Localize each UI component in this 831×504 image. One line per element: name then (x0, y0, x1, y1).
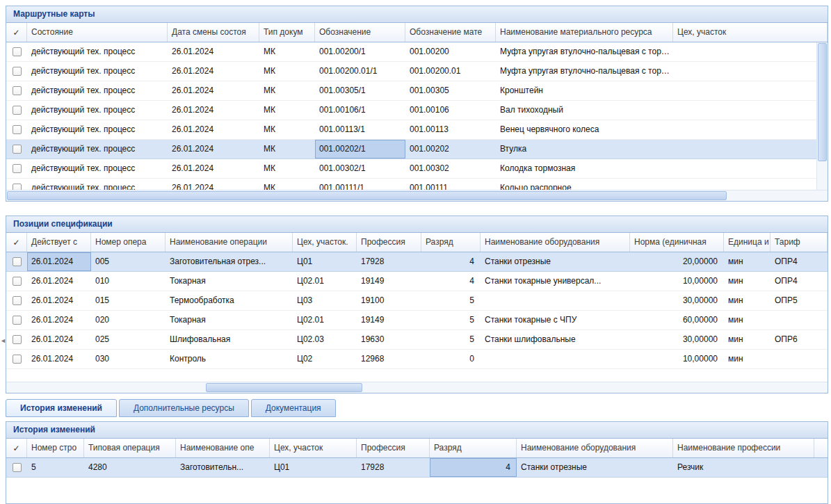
grid-cell[interactable]: 26.01.2024 (168, 140, 259, 158)
grid-cell[interactable]: 5 (27, 458, 84, 477)
grid-cell[interactable]: 26.01.2024 (27, 272, 91, 291)
grid-cell[interactable]: Станки токарные универсал... (481, 272, 630, 291)
grid-cell[interactable]: 26.01.2024 (168, 159, 259, 178)
grid-cell[interactable]: ОПР6 (771, 330, 828, 349)
grid-cell[interactable]: 001.00202 (405, 140, 496, 158)
grid-cell[interactable]: 26.01.2024 (168, 42, 259, 61)
grid-cell[interactable]: Заготовительн... (176, 458, 270, 477)
row-checkbox[interactable] (13, 335, 22, 344)
grid-cell[interactable]: 020 (91, 311, 166, 330)
table-row[interactable]: действующий тех. процесс26.01.2024МК001.… (6, 120, 828, 140)
column-header-1[interactable]: Номер опера (91, 233, 166, 252)
grid-cell[interactable]: МК (259, 120, 315, 139)
grid-cell[interactable]: 26.01.2024 (27, 252, 91, 271)
grid-cell[interactable]: мин (724, 330, 771, 349)
grid-cell[interactable] (673, 42, 828, 61)
grid-cell[interactable]: 19630 (357, 330, 421, 349)
tab-0[interactable]: История изменений (6, 399, 117, 417)
grid-cell[interactable]: Контроль (166, 350, 293, 368)
column-header-6[interactable]: Наименование оборудования (517, 439, 673, 457)
grid-cell[interactable]: 001.00305 (405, 81, 496, 100)
row-checkbox[interactable] (13, 184, 22, 190)
table-row[interactable]: 26.01.2024005Заготовительная отрез...Ц01… (6, 252, 828, 272)
grid-cell[interactable]: 0 (421, 350, 481, 368)
table-row[interactable]: 26.01.2024025ШлифовальнаяЦ02.03196305Ста… (6, 330, 828, 350)
row-checkbox[interactable] (13, 355, 22, 364)
grid-cell[interactable]: 19149 (357, 311, 421, 330)
column-header-5[interactable]: Наименование материального ресурса (496, 23, 673, 42)
grid-cell[interactable]: Кронштейн (496, 81, 673, 100)
grid-cell[interactable]: Колодка тормозная (496, 159, 673, 178)
grid-cell[interactable] (673, 120, 828, 139)
row-checkbox[interactable] (13, 47, 22, 56)
grid-cell[interactable] (673, 81, 828, 100)
scrollbar-thumb[interactable] (818, 43, 827, 161)
grid-cell[interactable]: 001.00200.01/1 (315, 62, 405, 81)
grid-cell[interactable]: 19100 (357, 291, 421, 310)
grid-cell[interactable]: Станки шлифовальные (481, 330, 630, 349)
grid-cell[interactable]: 19149 (357, 272, 421, 291)
grid-cell[interactable] (673, 62, 828, 81)
table-row[interactable]: действующий тех. процесс26.01.2024МК001.… (6, 42, 828, 62)
column-header-0[interactable]: Состояние (27, 23, 168, 42)
grid-cell[interactable]: 5 (421, 330, 481, 349)
grid-cell[interactable]: Венец червячного колеса (496, 120, 673, 139)
column-header-0[interactable]: Номер стро (27, 439, 84, 457)
grid-cell[interactable]: МК (259, 42, 315, 61)
table-row[interactable]: действующий тех. процесс26.01.2024МК001.… (6, 159, 828, 179)
grid-cell[interactable]: 001.00106/1 (315, 101, 405, 120)
column-header-9[interactable]: Тариф (771, 233, 828, 252)
grid-cell[interactable]: Ц01 (293, 252, 357, 271)
table-row[interactable]: 26.01.2024010ТокарнаяЦ02.01191494Станки … (6, 272, 828, 291)
spec-positions-horizontal-scrollbar[interactable] (6, 382, 828, 393)
row-checkbox[interactable] (13, 67, 22, 76)
grid-cell[interactable]: 001.00305/1 (315, 81, 405, 100)
row-checkbox[interactable] (13, 277, 22, 286)
grid-cell[interactable]: 17928 (357, 458, 430, 477)
column-header-4[interactable]: Профессия (357, 233, 421, 252)
grid-cell[interactable]: мин (724, 350, 771, 368)
grid-cell[interactable]: 26.01.2024 (168, 179, 259, 190)
grid-cell[interactable]: 26.01.2024 (168, 120, 259, 139)
grid-cell[interactable]: действующий тех. процесс (27, 140, 168, 158)
check-column-header[interactable]: ✓ (6, 23, 27, 42)
grid-cell[interactable]: 4 (421, 252, 481, 271)
grid-cell[interactable] (673, 101, 828, 120)
column-header-3[interactable]: Цех, участок. (293, 233, 357, 252)
grid-cell[interactable] (771, 350, 828, 368)
grid-cell[interactable]: 26.01.2024 (27, 350, 91, 368)
column-header-0[interactable]: Действует с (27, 233, 91, 252)
grid-cell[interactable]: 26.01.2024 (27, 291, 91, 310)
row-checkbox[interactable] (13, 164, 22, 173)
grid-cell[interactable]: мин (724, 311, 771, 330)
grid-cell[interactable]: 26.01.2024 (168, 101, 259, 120)
table-row[interactable]: действующий тех. процесс26.01.2024МК001.… (6, 179, 828, 190)
grid-cell[interactable]: МК (259, 101, 315, 120)
grid-cell[interactable] (771, 311, 828, 330)
grid-cell[interactable]: 17928 (357, 252, 421, 271)
column-header-1[interactable]: Типовая операция (84, 439, 176, 457)
grid-cell[interactable]: 5 (421, 291, 481, 310)
grid-cell[interactable]: ОПР5 (771, 291, 828, 310)
row-checkbox[interactable] (13, 463, 22, 472)
grid-cell[interactable]: 20,00000 (630, 252, 724, 271)
grid-cell[interactable]: Токарная (166, 311, 293, 330)
grid-cell[interactable]: действующий тех. процесс (27, 62, 168, 81)
route_maps-vertical-scrollbar[interactable] (816, 42, 828, 190)
grid-cell[interactable]: Станки отрезные (481, 252, 630, 271)
table-row[interactable]: 54280Заготовительн...Ц01179284Станки отр… (6, 458, 828, 478)
grid-cell[interactable]: 005 (91, 252, 166, 271)
grid-cell[interactable]: 001.00200/1 (315, 42, 405, 61)
grid-cell[interactable]: 001.00200.01 (405, 62, 496, 81)
grid-cell[interactable]: мин (724, 291, 771, 310)
grid-cell[interactable]: мин (724, 272, 771, 291)
grid-cell[interactable]: 001.00111/1 (315, 179, 405, 190)
column-header-2[interactable]: Наименование опе (176, 439, 270, 457)
grid-cell[interactable]: Муфта упругая втулочно-пальцевая с тормо… (496, 62, 673, 81)
grid-cell[interactable]: 30,00000 (630, 330, 724, 349)
grid-cell[interactable]: 001.00113/1 (315, 120, 405, 139)
grid-cell[interactable]: действующий тех. процесс (27, 120, 168, 139)
grid-cell[interactable]: Заготовительная отрез... (166, 252, 293, 271)
row-checkbox[interactable] (13, 125, 22, 134)
grid-cell[interactable]: действующий тех. процесс (27, 179, 168, 190)
